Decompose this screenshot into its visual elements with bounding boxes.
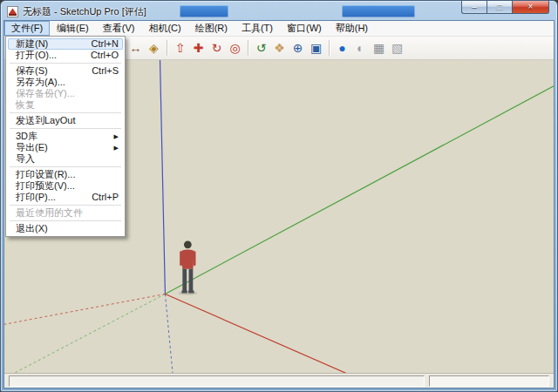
rotate-tool-icon[interactable]: ↻ <box>208 38 226 57</box>
green-axis <box>165 86 554 294</box>
figure-shadow <box>178 291 197 294</box>
menu-item-shortcut: Ctrl+N <box>83 38 119 50</box>
menu-item-shortcut: Ctrl+S <box>83 65 119 77</box>
menu-separator <box>10 166 121 167</box>
menubar-item-camera[interactable]: 相机(C) <box>141 21 187 36</box>
zoom-tool-icon[interactable]: ⊕ <box>289 38 307 57</box>
pan-tool-icon[interactable]: ❖ <box>270 38 289 57</box>
menu-item-shortcut: Ctrl+P <box>83 192 119 203</box>
app-icon <box>7 6 18 17</box>
minimize-button[interactable]: – <box>461 1 487 14</box>
menu-item-label: 打开(O)... <box>16 50 57 61</box>
menu-separator <box>10 205 121 206</box>
red-axis <box>165 294 386 373</box>
close-button[interactable]: × <box>512 1 549 14</box>
overlay-badge-1 <box>180 5 228 17</box>
menu-item-label: 导入 <box>16 153 35 165</box>
menu-item-label: 恢复 <box>16 99 35 111</box>
file-menu-item-revert: 恢复 <box>8 99 123 111</box>
submenu-arrow-icon: ▶ <box>114 142 119 153</box>
figure-left-foot <box>181 291 187 294</box>
blue-axis <box>160 60 165 294</box>
file-menu-item-3d-warehouse[interactable]: 3D库▶ <box>8 131 123 142</box>
menubar-item-tools[interactable]: 工具(T) <box>235 21 280 36</box>
add-location-tool-icon[interactable]: ● <box>333 38 351 57</box>
menu-separator <box>10 220 121 221</box>
file-menu-item-recent-files: 最近使用的文件 <box>8 207 123 219</box>
green-axis-negative <box>15 294 165 373</box>
zoom-extents-tool-icon[interactable]: ▣ <box>307 38 325 57</box>
menu-item-label: 退出(X) <box>16 223 48 234</box>
tape-measure-tool-icon[interactable]: ↔ <box>126 38 145 57</box>
file-menu-item-exit[interactable]: 退出(X) <box>8 223 123 234</box>
menu-item-label: 新建(N) <box>16 38 48 50</box>
titlebar[interactable]: 无标题 - SketchUp Pro [评估] –□× <box>3 3 555 20</box>
menu-item-label: 保存备份(Y)... <box>16 88 75 99</box>
toolbar-separator <box>329 40 330 56</box>
status-bar <box>4 373 554 388</box>
toolbar-separator <box>167 40 167 56</box>
orbit-tool-icon[interactable]: ↺ <box>252 38 270 57</box>
move-tool-icon[interactable]: ✚ <box>189 38 208 57</box>
menu-item-label: 3D库 <box>16 131 37 142</box>
file-menu-item-print-setup[interactable]: 打印设置(R)... <box>8 169 123 180</box>
figure-left-arm <box>180 251 182 266</box>
scale-figure <box>178 240 197 294</box>
sketchup-window: 无标题 - SketchUp Pro [评估] –□× 文件(F)编辑(E)查看… <box>0 0 558 392</box>
figure-right-foot <box>188 291 194 294</box>
menu-item-label: 导出(E) <box>16 142 48 153</box>
menubar-item-draw[interactable]: 绘图(R) <box>188 21 235 36</box>
file-menu-dropdown: 新建(N)Ctrl+N打开(O)...Ctrl+O保存(S)Ctrl+S另存为(… <box>5 36 126 237</box>
file-menu-item-save-as[interactable]: 另存为(A)... <box>8 77 123 88</box>
file-menu-item-save-backup: 保存备份(Y)... <box>8 88 123 99</box>
toolbar-separator <box>248 40 248 56</box>
menubar-item-window[interactable]: 窗口(W) <box>280 21 329 36</box>
file-menu-item-open[interactable]: 打开(O)...Ctrl+O <box>8 50 123 61</box>
figure-left-leg <box>182 269 187 292</box>
status-message-area <box>9 375 425 387</box>
menu-item-label: 发送到LayOut <box>16 115 75 126</box>
menu-item-shortcut: Ctrl+O <box>82 50 119 61</box>
window-controls: –□× <box>461 1 549 14</box>
file-menu-item-new[interactable]: 新建(N)Ctrl+N <box>8 38 123 50</box>
menu-separator <box>10 128 121 129</box>
push-pull-tool-icon[interactable]: ⇧ <box>171 38 189 57</box>
extension-warehouse-tool-icon[interactable]: ▧ <box>388 38 406 57</box>
measurements-box[interactable] <box>429 375 549 387</box>
red-axis-negative <box>4 294 165 325</box>
menu-item-label: 另存为(A)... <box>16 77 65 88</box>
paint-bucket-tool-icon[interactable]: ◈ <box>145 38 163 57</box>
menubar-item-view[interactable]: 查看(V) <box>96 21 142 36</box>
menu-item-label: 打印设置(R)... <box>16 169 75 180</box>
submenu-arrow-icon: ▶ <box>114 131 119 142</box>
menubar-item-file[interactable]: 文件(F) <box>4 21 50 36</box>
menu-separator <box>10 112 121 113</box>
file-menu-item-print[interactable]: 打印(P)...Ctrl+P <box>8 192 123 203</box>
offset-tool-icon[interactable]: ◎ <box>226 38 244 57</box>
file-menu-item-print-preview[interactable]: 打印预览(V)... <box>8 180 123 192</box>
toggle-terrain-tool-icon[interactable]: ◐ <box>351 38 370 57</box>
photo-textures-tool-icon[interactable]: ▦ <box>370 38 388 57</box>
window-title: 无标题 - SketchUp Pro [评估] <box>23 5 146 18</box>
menu-item-label: 最近使用的文件 <box>16 207 83 219</box>
menu-item-label: 打印预览(V)... <box>16 180 75 192</box>
menu-item-label: 打印(P)... <box>16 192 56 203</box>
menu-separator <box>10 63 121 64</box>
overlay-badge-2 <box>342 5 415 17</box>
figure-right-leg <box>189 269 194 292</box>
menubar-item-help[interactable]: 帮助(H) <box>329 21 375 36</box>
menubar-item-edit[interactable]: 编辑(E) <box>50 21 96 36</box>
file-menu-item-send-to-layout[interactable]: 发送到LayOut <box>8 115 123 126</box>
file-menu-item-save[interactable]: 保存(S)Ctrl+S <box>8 65 123 77</box>
file-menu-item-export[interactable]: 导出(E)▶ <box>8 142 123 153</box>
blue-axis-negative <box>165 294 173 373</box>
menu-item-label: 保存(S) <box>16 65 48 77</box>
maximize-button[interactable]: □ <box>487 1 512 14</box>
figure-right-arm <box>194 251 196 266</box>
file-menu-item-import[interactable]: 导入 <box>8 153 123 165</box>
figure-head <box>184 240 192 248</box>
menu-bar: 文件(F)编辑(E)查看(V)相机(C)绘图(R)工具(T)窗口(W)帮助(H) <box>4 21 554 37</box>
figure-torso <box>181 250 194 269</box>
